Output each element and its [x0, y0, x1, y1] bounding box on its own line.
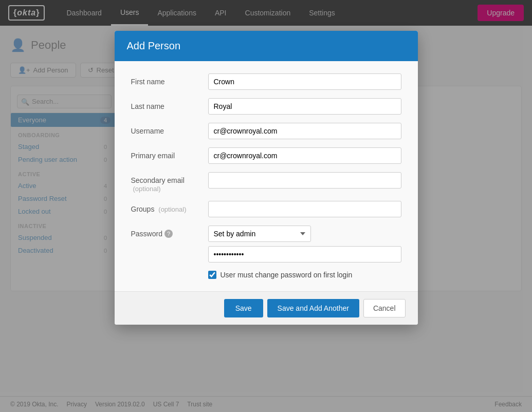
groups-field — [208, 201, 401, 217]
save-and-add-button[interactable]: Save and Add Another — [267, 299, 359, 304]
last-name-field — [208, 98, 401, 115]
secondary-email-field — [208, 172, 401, 189]
modal-footer: Save Save and Add Another Cancel — [115, 291, 418, 304]
first-name-input[interactable] — [208, 73, 401, 90]
username-label: Username — [131, 123, 208, 135]
groups-input[interactable] — [208, 201, 401, 217]
password-row: Password ? Set by admin Set by user — [131, 226, 401, 263]
change-password-checkbox[interactable] — [208, 271, 216, 279]
first-name-label: First name — [131, 73, 208, 86]
groups-row: Groups (optional) — [131, 201, 401, 217]
last-name-row: Last name — [131, 98, 401, 115]
first-name-field — [208, 73, 401, 90]
secondary-email-label: Secondary email (optional) — [131, 172, 208, 193]
add-person-modal: Add Person First name Last name Username — [115, 31, 418, 304]
password-help-icon[interactable]: ? — [164, 230, 173, 238]
last-name-label: Last name — [131, 98, 208, 110]
save-button[interactable]: Save — [224, 299, 263, 304]
secondary-email-row: Secondary email (optional) — [131, 172, 401, 193]
username-field — [208, 123, 401, 139]
last-name-input[interactable] — [208, 98, 401, 115]
primary-email-field — [208, 147, 401, 164]
username-input[interactable] — [208, 123, 401, 139]
first-name-row: First name — [131, 73, 401, 90]
password-input[interactable] — [208, 246, 401, 263]
modal-header: Add Person — [115, 31, 418, 61]
secondary-email-input[interactable] — [208, 172, 401, 189]
primary-email-label: Primary email — [131, 147, 208, 160]
cancel-button[interactable]: Cancel — [363, 299, 406, 304]
modal-body: First name Last name Username — [115, 61, 418, 291]
primary-email-input[interactable] — [208, 147, 401, 164]
checkbox-row: User must change password on first login — [131, 271, 401, 279]
primary-email-row: Primary email — [131, 147, 401, 164]
password-type-select[interactable]: Set by admin Set by user — [208, 226, 311, 242]
groups-label: Groups (optional) — [131, 201, 208, 213]
change-password-label: User must change password on first login — [221, 271, 353, 279]
password-label: Password ? — [131, 226, 208, 238]
modal-title: Add Person — [127, 40, 181, 51]
username-row: Username — [131, 123, 401, 139]
modal-backdrop: Add Person First name Last name Username — [0, 0, 532, 304]
password-field: Set by admin Set by user — [208, 226, 401, 263]
